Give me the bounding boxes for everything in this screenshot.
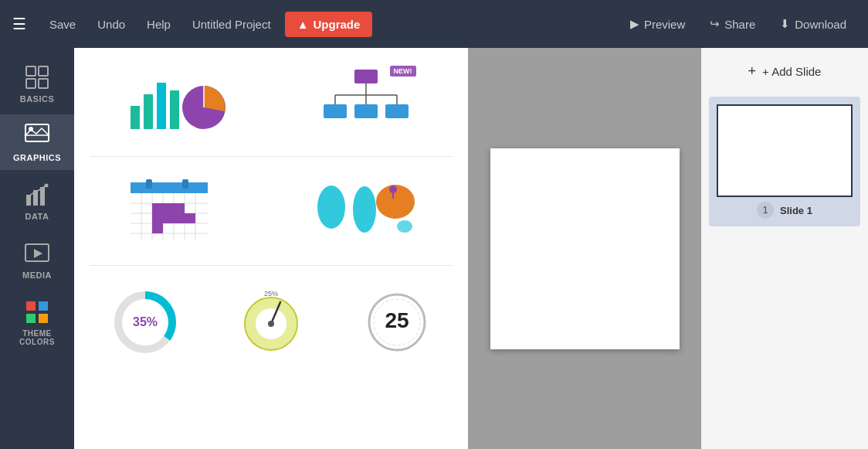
svg-marker-12 — [34, 249, 42, 258]
canvas-area — [468, 48, 701, 449]
svg-rect-34 — [131, 182, 208, 193]
svg-rect-23 — [354, 70, 378, 83]
content-panel: NEW! — [74, 48, 468, 449]
calendar-item[interactable] — [90, 172, 263, 250]
svg-rect-15 — [26, 314, 36, 323]
svg-rect-2 — [26, 79, 36, 88]
org-chart-item[interactable]: NEW! — [279, 63, 453, 141]
help-button[interactable]: Help — [139, 13, 178, 36]
svg-point-68 — [268, 321, 274, 327]
undo-button[interactable]: Undo — [90, 13, 133, 36]
content-row-3: 35% 25% — [90, 281, 453, 374]
project-title: Untitled Project — [192, 18, 271, 31]
bar-pie-chart-item[interactable] — [90, 63, 263, 141]
svg-point-60 — [397, 220, 412, 233]
sidebar-item-data[interactable]: DATA — [0, 173, 74, 229]
calendar-svg — [127, 176, 227, 246]
svg-rect-19 — [157, 83, 166, 129]
upgrade-arrow-icon: ▲ — [297, 18, 309, 31]
counter-25-item[interactable]: 25 — [342, 281, 453, 359]
slide-label: Slide 1 — [780, 205, 812, 216]
svg-rect-53 — [185, 213, 195, 223]
svg-rect-50 — [152, 213, 163, 223]
share-button[interactable]: ↪ Share — [700, 12, 765, 36]
media-label: MEDIA — [22, 270, 52, 280]
svg-rect-52 — [174, 213, 185, 223]
svg-rect-3 — [39, 79, 48, 88]
svg-rect-20 — [170, 90, 179, 129]
theme-colors-icon — [23, 298, 51, 326]
data-icon — [23, 181, 51, 209]
svg-point-55 — [317, 185, 345, 229]
svg-point-58 — [389, 185, 397, 193]
graphics-label: GRAPHICS — [13, 153, 61, 162]
slide-number: 1 — [757, 202, 774, 219]
content-row-2 — [90, 172, 453, 266]
sidebar-item-graphics[interactable]: GRAPHICS — [0, 114, 74, 170]
content-row-1: NEW! — [90, 63, 453, 157]
svg-rect-16 — [39, 314, 48, 323]
svg-rect-51 — [163, 213, 174, 223]
svg-point-6 — [29, 127, 33, 131]
preview-icon: ▶ — [630, 17, 639, 31]
svg-rect-49 — [174, 203, 185, 213]
svg-text:35%: 35% — [133, 315, 158, 328]
gauge-25-item[interactable]: 25% — [215, 281, 326, 359]
theme-colors-label: THEME COLORS — [19, 329, 55, 346]
world-map-svg — [304, 172, 428, 250]
svg-rect-35 — [146, 179, 152, 189]
svg-rect-31 — [385, 104, 409, 118]
svg-rect-48 — [163, 203, 174, 213]
save-button[interactable]: Save — [42, 13, 83, 36]
download-button[interactable]: ⬇ Download — [771, 12, 856, 36]
svg-rect-1 — [39, 66, 48, 76]
data-label: DATA — [25, 212, 49, 221]
sidebar-item-basics[interactable]: BASICS — [0, 56, 74, 111]
svg-rect-17 — [131, 106, 140, 129]
preview-button[interactable]: ▶ Preview — [621, 12, 694, 36]
plus-icon: + — [748, 63, 757, 80]
basics-label: BASICS — [20, 94, 55, 104]
svg-rect-47 — [152, 203, 163, 213]
toolbar: ☰ Save Undo Help Untitled Project ▲ Upgr… — [0, 0, 868, 48]
slide-thumbnail[interactable] — [717, 104, 853, 197]
svg-point-56 — [353, 186, 376, 233]
svg-rect-14 — [39, 301, 48, 311]
graphics-icon — [23, 122, 51, 150]
slide-number-row: 1 Slide 1 — [757, 202, 812, 219]
share-icon: ↪ — [710, 17, 720, 31]
svg-rect-29 — [324, 104, 347, 118]
slide-canvas — [490, 148, 680, 349]
svg-rect-9 — [40, 187, 45, 206]
svg-rect-30 — [354, 104, 378, 118]
svg-rect-13 — [26, 301, 36, 311]
slide-thumbnail-container: 1 Slide 1 — [709, 97, 860, 226]
upgrade-button[interactable]: ▲ Upgrade — [285, 12, 373, 37]
sidebar-item-media[interactable]: MEDIA — [0, 232, 74, 287]
bar-pie-chart-svg — [127, 67, 227, 137]
sidebar-item-theme-colors[interactable]: THEME COLORS — [0, 291, 74, 354]
svg-text:25%: 25% — [264, 290, 278, 298]
new-badge: NEW! — [390, 66, 416, 77]
world-map-item[interactable] — [279, 172, 453, 250]
right-panel: + + Add Slide 1 Slide 1 — [701, 48, 868, 449]
svg-rect-0 — [26, 66, 36, 76]
svg-rect-36 — [182, 179, 188, 189]
svg-rect-18 — [144, 94, 153, 129]
svg-text:25: 25 — [385, 308, 409, 332]
add-slide-button[interactable]: + + Add Slide — [709, 56, 860, 87]
download-icon: ⬇ — [780, 17, 790, 31]
svg-rect-54 — [152, 223, 163, 233]
gauge-25-svg: 25% — [232, 285, 310, 355]
media-icon — [23, 240, 51, 267]
basics-icon — [23, 63, 51, 91]
donut-35-svg: 35% — [107, 285, 184, 355]
main-layout: BASICS GRAPHICS DATA — [0, 48, 868, 449]
svg-point-10 — [45, 184, 49, 188]
menu-icon[interactable]: ☰ — [12, 15, 26, 33]
left-sidebar: BASICS GRAPHICS DATA — [0, 48, 74, 449]
donut-35-item[interactable]: 35% — [90, 281, 200, 359]
counter-25-svg: 25 — [358, 285, 436, 355]
